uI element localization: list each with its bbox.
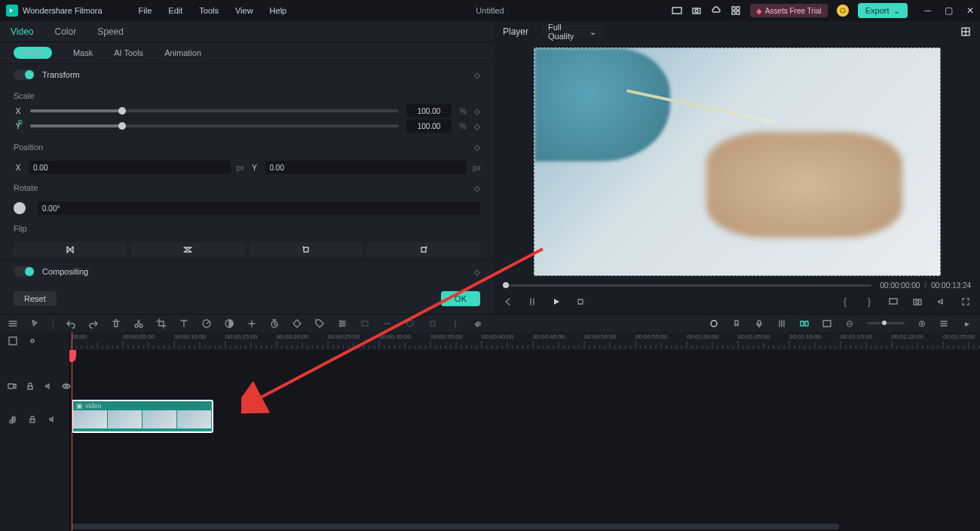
transform-toggle[interactable] xyxy=(14,69,35,80)
prev-frame-button[interactable] xyxy=(503,296,513,307)
close-button[interactable]: ✕ xyxy=(966,5,974,16)
timeline-scrollbar[interactable] xyxy=(69,523,972,529)
scrub-thumb[interactable] xyxy=(503,282,509,288)
mark-in-icon[interactable]: { xyxy=(840,296,850,307)
adjust-icon[interactable] xyxy=(337,318,348,329)
assets-trial-pill[interactable]: ◆Assets Free Trial xyxy=(750,4,828,17)
lock-icon[interactable] xyxy=(27,414,38,425)
subtab-animation[interactable]: Animation xyxy=(164,48,201,57)
track-manager-icon[interactable] xyxy=(8,336,18,346)
mute-icon[interactable] xyxy=(47,414,57,425)
coin-icon[interactable] xyxy=(837,5,849,17)
mute-icon[interactable] xyxy=(44,381,53,391)
quality-select[interactable]: Full Quality ⌄ xyxy=(542,25,602,38)
undo-icon[interactable] xyxy=(66,318,76,329)
menu-file[interactable]: File xyxy=(139,6,152,15)
maximize-button[interactable]: ▢ xyxy=(945,5,953,16)
grid-icon[interactable] xyxy=(730,5,741,16)
volume-icon[interactable] xyxy=(936,296,947,307)
rotate-ccw-button[interactable] xyxy=(250,242,363,257)
play-pause-button[interactable] xyxy=(527,296,537,307)
subtab-mask[interactable]: Mask xyxy=(73,48,93,57)
rotate-cw-button[interactable] xyxy=(367,242,480,257)
flip-vertical-button[interactable] xyxy=(131,242,244,257)
position-y-input[interactable] xyxy=(265,161,467,174)
playhead[interactable] xyxy=(72,332,72,531)
preview-grid-icon[interactable] xyxy=(960,26,971,37)
audio-tool-icon[interactable] xyxy=(473,318,483,329)
crop-icon[interactable] xyxy=(156,318,167,329)
menu-help[interactable]: Help xyxy=(270,6,287,15)
scale-x-slider[interactable] xyxy=(30,109,399,112)
color-icon[interactable] xyxy=(224,318,234,329)
keyframe-icon[interactable]: ◇ xyxy=(474,107,480,115)
tab-video[interactable]: Video xyxy=(0,26,44,37)
compositing-toggle[interactable] xyxy=(14,266,35,277)
keyframe-icon[interactable]: ◇ xyxy=(474,122,480,130)
ok-button[interactable]: OK xyxy=(441,291,480,306)
expand-icon[interactable]: ▸ xyxy=(962,318,972,329)
auto-ripple-icon[interactable] xyxy=(799,318,810,329)
record-icon[interactable] xyxy=(709,318,719,329)
keyframe-icon[interactable]: ◇ xyxy=(474,268,480,276)
video-preview[interactable] xyxy=(534,48,941,276)
layout-icon[interactable] xyxy=(672,5,682,16)
view-mode-icon[interactable] xyxy=(822,318,832,329)
scale-x-value[interactable]: 100.00 xyxy=(406,104,452,118)
menu-tools[interactable]: Tools xyxy=(199,6,219,15)
delete-icon[interactable] xyxy=(111,318,121,329)
tab-speed[interactable]: Speed xyxy=(87,26,134,37)
display-icon[interactable] xyxy=(888,296,899,307)
keyframe-icon[interactable]: ◇ xyxy=(474,71,480,79)
cursor-icon[interactable] xyxy=(30,318,41,329)
tab-color[interactable]: Color xyxy=(44,26,87,37)
cloud-icon[interactable] xyxy=(711,5,721,16)
rotate-knob[interactable] xyxy=(14,202,26,214)
audio-track-header[interactable] xyxy=(0,404,69,434)
scale-y-slider[interactable] xyxy=(30,124,399,127)
reset-button[interactable]: Reset xyxy=(14,291,57,306)
text-icon[interactable] xyxy=(179,318,189,329)
zoom-out-icon[interactable]: ⊖ xyxy=(844,318,855,329)
duration-icon[interactable] xyxy=(269,318,280,329)
timeline-ruler[interactable]: 00:0000:00:05:0000:00:10:0000:00:15:0000… xyxy=(69,332,980,350)
minimize-button[interactable]: ─ xyxy=(924,5,931,16)
video-clip[interactable]: ▣video xyxy=(72,400,213,433)
split-icon[interactable] xyxy=(133,318,144,329)
keyframe-tool-icon[interactable] xyxy=(292,318,302,329)
subtab-basic[interactable]: Basic xyxy=(14,47,52,59)
snapshot-icon[interactable] xyxy=(912,296,923,307)
export-button[interactable]: Export⌄ xyxy=(858,3,908,18)
speed-circle-icon[interactable] xyxy=(201,318,212,329)
scrub-track[interactable] xyxy=(503,284,871,287)
mic-icon[interactable] xyxy=(754,318,764,329)
menu-edit[interactable]: Edit xyxy=(168,6,182,15)
flip-horizontal-button[interactable] xyxy=(14,242,127,257)
stop-button[interactable] xyxy=(575,296,586,307)
fullscreen-icon[interactable] xyxy=(960,296,971,307)
position-x-input[interactable] xyxy=(29,161,231,174)
snap-icon[interactable] xyxy=(8,318,18,329)
video-track-header[interactable] xyxy=(0,368,69,404)
play-button[interactable] xyxy=(551,296,562,307)
redo-icon[interactable] xyxy=(88,318,99,329)
menu-view[interactable]: View xyxy=(235,6,253,15)
zoom-slider[interactable] xyxy=(867,322,905,324)
tag-icon[interactable] xyxy=(314,318,325,329)
effects-icon[interactable] xyxy=(247,318,257,329)
scale-link-icon[interactable]: ⎘ xyxy=(18,118,23,127)
scale-y-value[interactable]: 100.00 xyxy=(406,119,452,133)
rotate-input[interactable] xyxy=(38,201,480,215)
mark-out-icon[interactable]: } xyxy=(864,296,874,307)
mixer-icon[interactable] xyxy=(776,318,787,329)
zoom-in-icon[interactable]: ⊕ xyxy=(917,318,927,329)
timeline-tracks-area[interactable]: 00:0000:00:05:0000:00:10:0000:00:15:0000… xyxy=(69,332,980,531)
subtab-ai-tools[interactable]: AI Tools xyxy=(114,48,143,57)
keyframe-icon[interactable]: ◇ xyxy=(474,184,480,192)
track-options-icon[interactable] xyxy=(939,318,950,329)
keyframe-icon[interactable]: ◇ xyxy=(474,143,480,152)
screenshot-icon[interactable] xyxy=(691,5,702,16)
marker-icon[interactable] xyxy=(731,318,742,329)
lock-icon[interactable] xyxy=(26,381,35,391)
link-tracks-icon[interactable] xyxy=(27,336,38,346)
